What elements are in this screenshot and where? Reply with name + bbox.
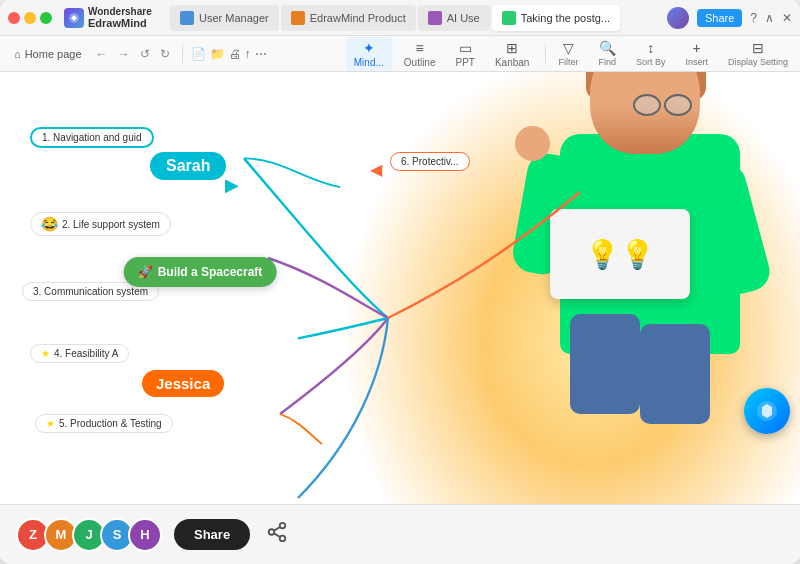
filter-tool[interactable]: ▽ Filter xyxy=(554,38,582,69)
find-icon: 🔍 xyxy=(599,40,616,56)
window-action-buttons: ? ∧ ✕ xyxy=(750,11,792,25)
folder-icon[interactable]: 📁 xyxy=(210,47,225,61)
view-kanban-button[interactable]: ⊞ Kanban xyxy=(487,37,537,71)
view-ppt-button[interactable]: ▭ PPT xyxy=(447,37,482,71)
window-controls xyxy=(8,12,52,24)
outline-icon: ≡ xyxy=(416,40,424,56)
maximize-button[interactable] xyxy=(40,12,52,24)
edrawmind-float-button[interactable] xyxy=(744,388,790,434)
life-emoji: 😂 xyxy=(41,216,58,232)
nav-label: 1. Navigation and guid xyxy=(42,132,142,143)
user-avatar[interactable] xyxy=(667,7,689,29)
sort-tool[interactable]: ↕ Sort By xyxy=(632,38,670,69)
person-left-hand xyxy=(515,126,550,161)
home-icon: ⌂ xyxy=(14,48,21,60)
tab-user-manager[interactable]: User Manager xyxy=(170,5,279,31)
node-center-spacecraft[interactable]: 🚀 Build a Spacecraft xyxy=(124,257,277,287)
svg-point-3 xyxy=(269,529,275,535)
main-content: 1. Navigation and guid Sarah ▶ 😂 2. Life… xyxy=(0,72,800,504)
tab-taking-postgr[interactable]: Taking the postg... xyxy=(492,5,620,31)
window-close-icon[interactable]: ✕ xyxy=(782,11,792,25)
export-icon[interactable]: ↑ xyxy=(245,47,251,61)
node-navigation[interactable]: 1. Navigation and guid xyxy=(30,127,154,148)
main-toolbar: ⌂ Home page ← → ↺ ↻ 📄 📁 🖨 ↑ ⋯ ✦ Mind... … xyxy=(0,36,800,72)
mind-icon: ✦ xyxy=(363,40,375,56)
redo-button[interactable]: → xyxy=(114,45,134,63)
print-icon[interactable]: 🖨 xyxy=(229,47,241,61)
avatar-h[interactable]: H xyxy=(128,518,162,552)
svg-point-2 xyxy=(280,523,286,529)
node-feasibility[interactable]: ★ 4. Feasibility A xyxy=(30,344,129,363)
title-bar: Wondershare EdrawMind User Manager Edraw… xyxy=(0,0,800,36)
display-icon: ⊟ xyxy=(752,40,764,56)
protection-arrow: ◀ xyxy=(370,160,382,179)
sort-icon: ↕ xyxy=(647,40,654,56)
node-life-support[interactable]: 😂 2. Life support system xyxy=(30,212,171,236)
person-left-leg xyxy=(640,324,710,424)
person-area: 💡 💡 xyxy=(430,72,800,494)
insert-tool[interactable]: + Insert xyxy=(681,38,712,69)
toolbar-right: ▽ Filter 🔍 Find ↕ Sort By + Insert ⊟ Dis… xyxy=(554,38,792,69)
tab-icon-ai xyxy=(428,11,442,25)
top-share-button[interactable]: Share xyxy=(697,9,742,27)
nav-arrows: ← → ↺ ↻ xyxy=(92,45,174,63)
sarah-arrow: ▶ xyxy=(225,174,239,196)
bulb-emoji-1: 💡 xyxy=(585,238,620,271)
history-forward-button[interactable]: ↻ xyxy=(156,45,174,63)
chevron-up-icon[interactable]: ∧ xyxy=(765,11,774,25)
separator-2 xyxy=(545,45,546,63)
display-setting-tool[interactable]: ⊟ Display Setting xyxy=(724,38,792,69)
filter-icon: ▽ xyxy=(563,40,574,56)
ppt-icon: ▭ xyxy=(459,40,472,56)
logo-icon xyxy=(64,8,84,28)
feasibility-star: ★ xyxy=(41,348,50,359)
kanban-icon: ⊞ xyxy=(506,40,518,56)
separator-1 xyxy=(182,45,183,63)
node-protection[interactable]: 6. Protectiv... xyxy=(390,152,470,171)
app-logo-subtitle: Wondershare xyxy=(88,6,152,17)
node-sarah[interactable]: Sarah xyxy=(150,152,226,180)
tab-edrawmind-product[interactable]: EdrawMind Product xyxy=(281,5,416,31)
avatar-group: Z M J S H xyxy=(16,518,162,552)
tab-icon-user xyxy=(180,11,194,25)
production-star: ★ xyxy=(46,418,55,429)
app-logo-brand: EdrawMind xyxy=(88,17,152,29)
share-button[interactable]: Share xyxy=(174,519,250,550)
svg-point-4 xyxy=(280,536,286,542)
node-jessica[interactable]: Jessica xyxy=(142,370,224,397)
share-network-icon[interactable] xyxy=(266,521,288,548)
insert-icon: + xyxy=(693,40,701,56)
laptop: 💡 💡 xyxy=(550,209,690,299)
person-figure: 💡 💡 xyxy=(460,72,780,434)
tab-bar: User Manager EdrawMind Product AI Use Ta… xyxy=(170,5,661,31)
close-button[interactable] xyxy=(8,12,20,24)
tab-ai-use[interactable]: AI Use xyxy=(418,5,490,31)
node-production[interactable]: ★ 5. Production & Testing xyxy=(35,414,173,433)
tab-icon-taking xyxy=(502,11,516,25)
view-outline-button[interactable]: ≡ Outline xyxy=(396,37,444,71)
bottom-bar: Z M J S H Share xyxy=(0,504,800,564)
more-options-icon[interactable]: ⋯ xyxy=(255,47,267,61)
view-mind-button[interactable]: ✦ Mind... xyxy=(346,37,392,71)
find-tool[interactable]: 🔍 Find xyxy=(594,38,620,69)
home-page-button[interactable]: ⌂ Home page xyxy=(8,45,88,63)
spacecraft-emoji: 🚀 xyxy=(138,265,153,279)
tab-icon-product xyxy=(291,11,305,25)
svg-line-6 xyxy=(274,527,280,531)
app-window: Wondershare EdrawMind User Manager Edraw… xyxy=(0,0,800,564)
history-back-button[interactable]: ↺ xyxy=(136,45,154,63)
app-logo: Wondershare EdrawMind xyxy=(64,6,164,29)
bulb-emoji-2: 💡 xyxy=(620,238,655,271)
person-right-leg xyxy=(570,314,640,414)
help-icon[interactable]: ? xyxy=(750,11,757,25)
undo-button[interactable]: ← xyxy=(92,45,112,63)
title-bar-actions: Share ? ∧ ✕ xyxy=(667,7,792,29)
person-glasses xyxy=(633,94,692,116)
minimize-button[interactable] xyxy=(24,12,36,24)
file-icon[interactable]: 📄 xyxy=(191,47,206,61)
svg-line-5 xyxy=(274,533,280,537)
